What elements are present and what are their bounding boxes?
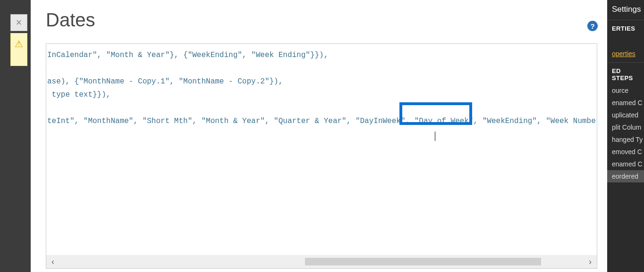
left-rail: × ⚠ <box>0 0 31 272</box>
applied-step[interactable]: hanged Ty <box>607 133 644 146</box>
advanced-editor[interactable]: InCalendar", "Month & Year"}, {"WeekEndi… <box>46 44 597 255</box>
text-cursor <box>435 132 435 141</box>
warning-tile[interactable]: ⚠ <box>10 33 27 66</box>
code-line: type text}}), <box>47 91 110 99</box>
warning-icon: ⚠ <box>15 38 23 49</box>
code-line: teInt", "MonthName", "Short Mth", "Month… <box>47 117 597 125</box>
close-icon: × <box>16 17 22 28</box>
scroll-right-arrow-icon[interactable]: › <box>584 255 597 268</box>
horizontal-scrollbar[interactable]: ‹ › <box>46 255 597 268</box>
main-area: Dates ? InCalendar", "Month & Year"}, {"… <box>31 0 607 272</box>
applied-step[interactable]: eordered <box>607 170 644 182</box>
applied-step[interactable]: uplicated <box>607 109 644 121</box>
all-properties-link[interactable]: operties <box>607 47 644 62</box>
properties-name <box>607 35 644 47</box>
help-icon[interactable]: ? <box>587 21 598 31</box>
panel-title: Settings <box>607 0 644 20</box>
applied-step[interactable]: emoved C <box>607 146 644 158</box>
applied-step[interactable]: plit Colum <box>607 121 644 133</box>
page-title: Dates <box>46 9 95 31</box>
code-line: InCalendar", "Month & Year"}, {"WeekEndi… <box>47 51 328 59</box>
right-panel: Settings ERTIES operties ED STEPS ource … <box>607 0 644 272</box>
applied-step[interactable]: enamed C <box>607 158 644 170</box>
applied-step[interactable]: enamed C <box>607 97 644 109</box>
scroll-thumb[interactable] <box>305 258 541 265</box>
advanced-editor-frame: InCalendar", "Month & Year"}, {"WeekEndi… <box>46 43 597 269</box>
close-button[interactable]: × <box>10 14 27 31</box>
code-content: InCalendar", "Month & Year"}, {"WeekEndi… <box>46 44 597 132</box>
scroll-track[interactable] <box>59 258 584 265</box>
applied-steps-heading: ED STEPS <box>607 63 644 84</box>
applied-step[interactable]: ource <box>607 84 644 97</box>
code-line: ase), {"MonthName - Copy.1", "MonthName … <box>47 77 283 86</box>
properties-heading: ERTIES <box>607 20 644 35</box>
scroll-left-arrow-icon[interactable]: ‹ <box>46 255 59 268</box>
